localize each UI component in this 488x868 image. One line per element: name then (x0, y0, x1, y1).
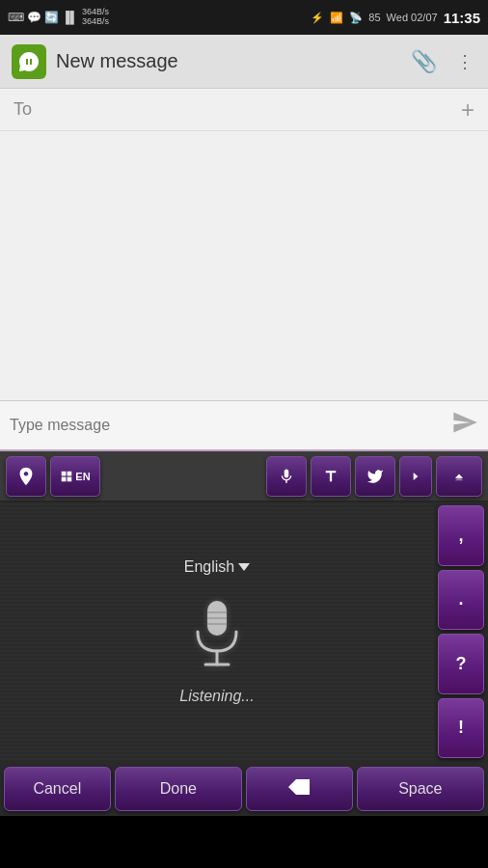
type-message-bar (0, 401, 488, 451)
wifi-icon: 📶 (330, 12, 343, 24)
twitter-button[interactable] (355, 456, 395, 497)
app-bar: New message 📎 ⋮ (0, 35, 488, 89)
status-bar: ⌨ 💬 🔄 ▐▌ 364B/s 364B/s ⚡ 📶 📡 85 Wed 02/0… (0, 0, 488, 35)
app-bar-actions: 📎 ⋮ (407, 45, 476, 78)
signal-icon: 📡 (349, 12, 363, 24)
done-button[interactable]: Done (115, 767, 242, 811)
text-mode-button[interactable] (311, 456, 351, 497)
listening-status: Listening... (179, 688, 254, 705)
exclamation-key[interactable]: ! (438, 698, 484, 759)
keyboard-icon: ⌨ (8, 11, 24, 24)
message-area[interactable] (0, 131, 488, 401)
svg-rect-2 (62, 471, 67, 475)
svg-rect-4 (62, 476, 67, 481)
svg-rect-5 (68, 476, 72, 481)
app-title: New message (56, 50, 407, 72)
comma-key[interactable]: , (438, 505, 484, 566)
delete-icon (286, 777, 312, 800)
svg-rect-3 (68, 471, 72, 475)
charging-icon: ⚡ (311, 12, 324, 24)
send-button[interactable] (451, 409, 478, 443)
add-recipient-button[interactable]: + (461, 96, 474, 123)
keyboard-main: English Listening... , . ? (0, 502, 488, 762)
to-input[interactable] (48, 89, 461, 130)
status-right-icons: ⚡ 📶 📡 85 Wed 02/07 11:35 (311, 10, 480, 26)
app-logo (12, 44, 46, 79)
period-key[interactable]: . (438, 570, 484, 631)
bottom-action-bar: Cancel Done Space (0, 762, 488, 816)
attach-button[interactable]: 📎 (407, 45, 441, 78)
to-label: To (14, 99, 41, 120)
punctuation-column: , . ? ! (434, 502, 488, 762)
language-name: English (184, 558, 234, 576)
language-indicator: English (184, 558, 250, 576)
voice-input-button[interactable] (266, 456, 307, 497)
cancel-button[interactable]: Cancel (4, 767, 111, 811)
sync-icon: 🔄 (44, 11, 59, 24)
language-dropdown-icon (238, 563, 250, 571)
language-button[interactable]: EN (50, 456, 100, 497)
signal-bars-icon: ▐▌ (62, 11, 78, 24)
space-button[interactable]: Space (357, 767, 484, 811)
battery-level: 85 (368, 12, 380, 23)
day-date: Wed 02/07 (387, 12, 438, 23)
to-section: To + (0, 89, 488, 131)
status-left-icons: ⌨ 💬 🔄 ▐▌ 364B/s 364B/s (8, 8, 109, 27)
mic-large-icon (188, 595, 246, 672)
type-message-input[interactable] (10, 417, 451, 434)
expand-keyboard-button[interactable] (399, 456, 432, 497)
question-key[interactable]: ? (438, 634, 484, 694)
delete-button[interactable] (246, 767, 353, 811)
status-time: 11:35 (444, 10, 480, 26)
keyboard-toolbar: EN (0, 451, 488, 502)
touch-keyboard-button[interactable] (6, 456, 46, 497)
network-speed: 364B/s 364B/s (82, 8, 109, 27)
keyboard-content: English Listening... (0, 502, 434, 762)
collapse-keyboard-button[interactable] (436, 456, 482, 497)
more-options-button[interactable]: ⋮ (452, 47, 476, 76)
message-icon: 💬 (27, 11, 41, 24)
